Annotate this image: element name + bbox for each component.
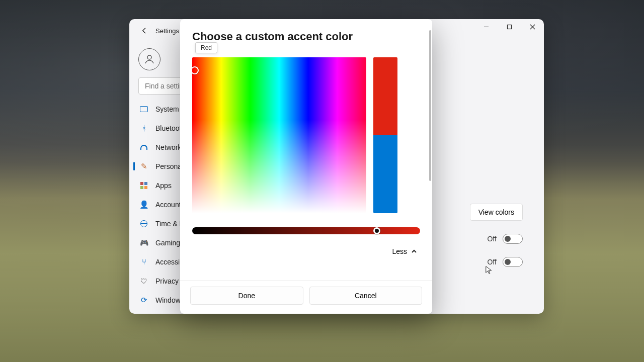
update-icon: ⟳ xyxy=(139,296,148,305)
sidebar-item-label: System xyxy=(155,105,179,113)
color-picker-dialog: Choose a custom accent color Red Less Do… xyxy=(180,19,432,314)
gaming-icon: 🎮 xyxy=(139,238,148,247)
value-slider-thumb[interactable] xyxy=(373,227,380,234)
color-name-tooltip: Red xyxy=(195,42,217,53)
avatar-icon xyxy=(138,48,160,70)
globe-icon xyxy=(139,219,148,228)
value-slider[interactable] xyxy=(192,227,420,234)
less-label: Less xyxy=(392,247,407,255)
view-colors-button[interactable]: View colors xyxy=(470,204,523,221)
preview-new-color xyxy=(373,57,397,135)
back-button[interactable] xyxy=(137,24,151,38)
toggle-1-label: Off xyxy=(488,235,497,243)
svg-rect-0 xyxy=(507,25,511,29)
spectrum-thumb[interactable] xyxy=(192,66,199,74)
dialog-scrollbar[interactable] xyxy=(429,30,431,181)
minimize-button[interactable] xyxy=(474,19,498,34)
sidebar-item-label: Apps xyxy=(155,182,172,190)
preview-previous-color xyxy=(373,135,397,213)
window-title: Settings xyxy=(155,27,179,35)
toggle-2[interactable] xyxy=(503,257,523,267)
cancel-button[interactable]: Cancel xyxy=(309,287,423,305)
maximize-button[interactable] xyxy=(498,19,521,34)
color-preview xyxy=(373,57,397,213)
wifi-icon xyxy=(139,143,148,152)
svg-point-1 xyxy=(147,55,151,59)
sidebar-item-label: Gaming xyxy=(155,239,180,247)
color-spectrum[interactable] xyxy=(192,57,366,213)
chevron-up-icon xyxy=(411,248,417,254)
close-button[interactable] xyxy=(521,19,544,34)
person-icon: 👤 xyxy=(139,200,148,209)
monitor-icon xyxy=(139,105,148,114)
toggle-2-label: Off xyxy=(488,258,497,266)
mouse-cursor-icon xyxy=(485,265,494,277)
brush-icon: ✎ xyxy=(139,162,148,171)
toggle-1[interactable] xyxy=(503,234,523,244)
window-controls xyxy=(474,19,544,34)
dialog-title: Choose a custom accent color xyxy=(192,30,420,43)
done-button[interactable]: Done xyxy=(190,287,303,305)
shield-icon: 🛡 xyxy=(139,277,148,286)
bluetooth-icon: ᚼ xyxy=(139,124,148,133)
accessibility-icon: ⑂ xyxy=(139,257,148,266)
toggle-row-1: Off xyxy=(488,234,523,244)
less-toggle[interactable]: Less xyxy=(389,245,420,257)
apps-icon xyxy=(139,181,148,190)
